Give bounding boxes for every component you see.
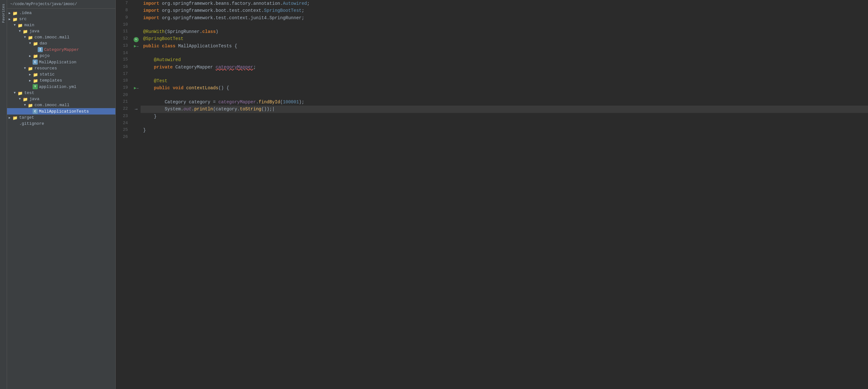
- tree-arrow-templates[interactable]: ▶: [28, 79, 33, 83]
- tree-item-idea[interactable]: ▶📁.idea: [7, 10, 115, 16]
- code-line-10: 10: [116, 22, 868, 28]
- code-line-12: 12↻@SpringBootTest: [116, 35, 868, 42]
- out-keyword: out: [183, 107, 191, 112]
- line-content-20[interactable]: [141, 92, 868, 99]
- spring-class: SpringBootTest: [264, 8, 302, 13]
- line-content-23[interactable]: }: [141, 113, 868, 120]
- folder-icon-idea: 📁: [12, 11, 18, 16]
- line-content-26[interactable]: [141, 134, 868, 140]
- tree-label-MallApplication: MallApplication: [39, 60, 76, 65]
- method-name: findById: [258, 100, 280, 105]
- folder-icon-test: 📁: [17, 91, 23, 95]
- keyword: class: [162, 44, 176, 49]
- code-line-14: 14: [116, 50, 868, 57]
- tree-arrow-test-com.imooc.mall[interactable]: ▼: [22, 103, 28, 107]
- favorites-label: Favorites: [2, 4, 5, 23]
- tree-arrow-pojo[interactable]: ▶: [28, 54, 33, 58]
- tree-item-main[interactable]: ▼📁main: [7, 22, 115, 28]
- folder-icon-test-java: 📁: [22, 97, 28, 102]
- import-path: org.springframework.test.context.junit4.: [162, 16, 270, 21]
- code-line-11: 11@RunWith(SpringRunner.class): [116, 28, 868, 35]
- tree-item-target[interactable]: ▶📁target: [7, 114, 115, 120]
- annotation: @SpringBootTest: [143, 36, 183, 41]
- tree-item-MallApplication[interactable]: CMallApplication: [7, 59, 115, 65]
- line-number-12: 12: [116, 35, 132, 42]
- code-container[interactable]: 7import org.springframework.beans.factor…: [116, 0, 868, 389]
- line-number-18: 18: [116, 77, 132, 84]
- spring-class: Autowired: [283, 1, 307, 6]
- line-content-25[interactable]: }: [141, 127, 868, 134]
- folder-icon-dao: 📁: [33, 41, 38, 46]
- tree-item-MallApplicationTests[interactable]: CMallApplicationTests: [7, 108, 115, 114]
- tree-item-resources[interactable]: ▼📁resources: [7, 65, 115, 71]
- tree-arrow-dao[interactable]: ▼: [28, 41, 33, 45]
- tree-arrow-target[interactable]: ▶: [7, 116, 12, 120]
- line-content-15[interactable]: @Autowired: [141, 56, 868, 63]
- class-c-icon-MallApplication: C: [33, 59, 38, 65]
- line-content-10[interactable]: [141, 22, 868, 28]
- line-content-17[interactable]: [141, 71, 868, 77]
- file-icon-gitignore: [12, 121, 18, 126]
- annotation: @Test: [154, 78, 167, 83]
- tree-label-test-com.imooc.mall: com.imooc.mall: [34, 103, 69, 108]
- tree-item-com.imooc.mall[interactable]: ▼📁com.imooc.mall: [7, 34, 115, 40]
- tree-item-test[interactable]: ▼📁test: [7, 90, 115, 96]
- file-tree[interactable]: ▶📁.idea▶📁src ▼📁main ▼📁java ▼📁com.imooc.m…: [7, 9, 115, 389]
- line-content-11[interactable]: @RunWith(SpringRunner.class): [141, 28, 868, 35]
- line-gutter-13: ▶→: [132, 43, 141, 50]
- code-line-15: 15 @Autowired: [116, 56, 868, 63]
- method-name: toString: [240, 107, 261, 112]
- annotation: @RunWith: [143, 29, 164, 34]
- tree-item-application.yml[interactable]: Yapplication.yml: [7, 83, 115, 90]
- tree-label-CategoryMapper: CategoryMapper: [44, 47, 79, 52]
- tree-item-pojo[interactable]: ▶📁pojo: [7, 53, 115, 59]
- code-line-18: 18 @Test: [116, 77, 868, 84]
- tree-item-test-java[interactable]: ▼📁java: [7, 96, 115, 102]
- tree-arrow-com.imooc.mall[interactable]: ▼: [22, 35, 28, 39]
- import-path: org.springframework.boot.test.context.: [162, 8, 264, 13]
- tree-item-gitignore[interactable]: .gitignore: [7, 120, 115, 127]
- line-content-8[interactable]: import org.springframework.boot.test.con…: [141, 7, 868, 14]
- tree-item-static[interactable]: ▶📁static: [7, 71, 115, 77]
- line-content-12[interactable]: @SpringBootTest: [141, 35, 868, 42]
- tree-item-templates[interactable]: ▶📁templates: [7, 77, 115, 83]
- line-gutter-26: [132, 134, 141, 140]
- tree-arrow-test-java[interactable]: ▼: [17, 97, 22, 101]
- line-gutter-11: [132, 28, 141, 35]
- line-gutter-22: →: [132, 106, 141, 113]
- tree-arrow-test[interactable]: ▼: [12, 91, 17, 95]
- tree-item-test-com.imooc.mall[interactable]: ▼📁com.imooc.mall: [7, 102, 115, 108]
- gutter-run-19[interactable]: ▶: [134, 86, 136, 90]
- folder-icon-test-com.imooc.mall: 📁: [28, 103, 33, 108]
- gutter-run-13[interactable]: ▶: [134, 44, 136, 49]
- field-name: categoryMapper: [216, 65, 253, 70]
- line-content-7[interactable]: import org.springframework.beans.factory…: [141, 0, 868, 7]
- method-name: contextLoads: [186, 85, 218, 90]
- tree-arrow-idea[interactable]: ▶: [7, 11, 12, 15]
- tree-label-gitignore: .gitignore: [19, 121, 44, 126]
- tree-item-java[interactable]: ▼📁java: [7, 28, 115, 34]
- folder-icon-static: 📁: [33, 72, 38, 77]
- line-content-14[interactable]: [141, 50, 868, 57]
- tree-item-CategoryMapper[interactable]: ICategoryMapper: [7, 46, 115, 53]
- tree-label-src: src: [19, 17, 27, 22]
- line-content-9[interactable]: import org.springframework.test.context.…: [141, 15, 868, 22]
- folder-icon-target: 📁: [12, 115, 18, 120]
- tree-arrow-src[interactable]: ▶: [7, 17, 12, 21]
- tree-arrow-main[interactable]: ▼: [12, 23, 17, 27]
- line-content-16[interactable]: private CategoryMapper categoryMapper;: [141, 64, 868, 71]
- tree-arrow-java[interactable]: ▼: [17, 29, 22, 33]
- line-content-22[interactable]: System.out.println(category.toString());…: [141, 106, 868, 113]
- line-content-24[interactable]: [141, 120, 868, 127]
- line-content-21[interactable]: Category category = categoryMapper.findB…: [141, 99, 868, 106]
- line-content-19[interactable]: public void contextLoads() {: [141, 84, 868, 92]
- folder-icon-java: 📁: [22, 29, 28, 34]
- line-content-18[interactable]: @Test: [141, 77, 868, 84]
- plain-text: (SpringRunner.: [164, 29, 202, 34]
- tree-label-test: test: [24, 90, 34, 95]
- tree-arrow-static[interactable]: ▶: [28, 73, 33, 77]
- line-content-13[interactable]: public class MallApplicationTests {: [141, 43, 868, 50]
- tree-item-src[interactable]: ▶📁src: [7, 16, 115, 22]
- tree-arrow-resources[interactable]: ▼: [22, 66, 28, 70]
- tree-item-dao[interactable]: ▼📁dao: [7, 40, 115, 46]
